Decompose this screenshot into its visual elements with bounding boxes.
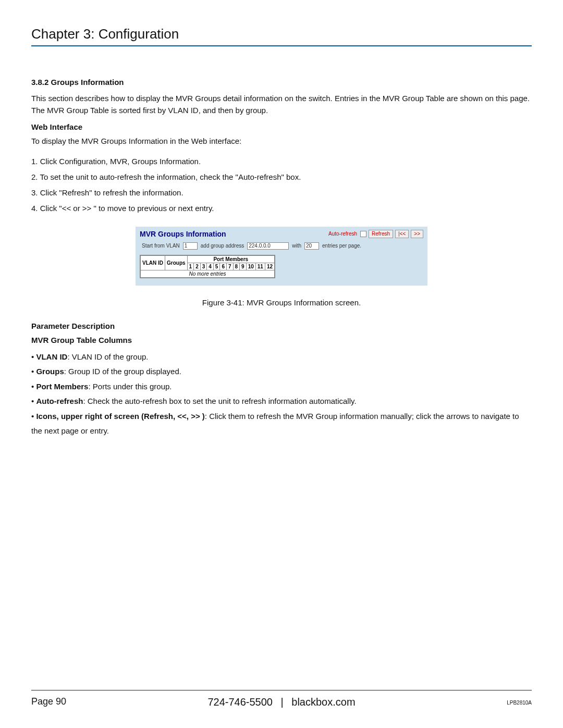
footer-phone: 724-746-5500: [207, 696, 273, 708]
step-3: 3. Click "Refresh" to refresh the inform…: [31, 185, 532, 201]
port-col: 9: [240, 263, 247, 270]
with-input[interactable]: 20: [304, 242, 319, 250]
figure-title: MVR Groups Information: [140, 230, 226, 238]
bullet-label: Auto-refresh: [36, 397, 83, 405]
groups-header: Groups: [165, 255, 188, 270]
footer-separator: |: [276, 696, 289, 708]
document-page: Chapter 3: Configuration 3.8.2 Groups In…: [0, 0, 563, 728]
web-interface-heading: Web Interface: [31, 122, 532, 131]
parameter-description-heading: Parameter Description: [31, 322, 532, 330]
figure-caption: Figure 3-41: MVR Groups Information scre…: [31, 298, 532, 307]
prev-button[interactable]: |<<: [395, 230, 409, 238]
step-2: 2. To set the unit to auto-refresh the i…: [31, 169, 532, 185]
port-col: 4: [207, 263, 214, 270]
bullet-item: • Port Members: Ports under this group.: [31, 379, 532, 394]
steps-list: 1. Click Configuration, MVR, Groups Info…: [31, 154, 532, 216]
next-button[interactable]: >>: [411, 230, 423, 238]
no-entries-row: No more entries: [141, 270, 275, 277]
with-label: with: [292, 243, 301, 249]
bullet-text: : VLAN ID of the group.: [67, 352, 148, 361]
refresh-button[interactable]: Refresh: [369, 230, 393, 238]
bullet-text: : Check the auto-refresh box to set the …: [83, 397, 356, 405]
figure-panel: MVR Groups Information Auto-refresh Refr…: [136, 227, 427, 286]
port-col: 1: [187, 263, 194, 270]
port-members-header: Port Members: [187, 255, 274, 263]
port-col: 6: [220, 263, 227, 270]
filter-row: Start from VLAN 1 add group address 224.…: [140, 242, 423, 250]
section-heading: 3.8.2 Groups Information: [31, 78, 532, 87]
port-col: 3: [200, 263, 207, 270]
table-row: VLAN ID Groups Port Members: [141, 255, 275, 263]
per-page-label: entries per page.: [322, 243, 361, 249]
footer-site: blackbox.com: [291, 696, 355, 708]
step-1: 1. Click Configuration, MVR, Groups Info…: [31, 154, 532, 169]
auto-refresh-checkbox[interactable]: [360, 231, 366, 237]
bullet-label: Port Members: [36, 382, 88, 391]
bullet-label: Groups: [36, 367, 64, 376]
footer-model: LPB2810A: [507, 700, 532, 706]
figure-wrap: MVR Groups Information Auto-refresh Refr…: [31, 227, 532, 286]
port-col: 7: [226, 263, 233, 270]
step-4: 4. Click "<< or >> " to move to previous…: [31, 201, 532, 216]
figure-controls: Auto-refresh Refresh |<< >>: [328, 230, 423, 238]
footer-center: 724-746-5500 | blackbox.com: [31, 696, 532, 708]
start-from-input[interactable]: 1: [183, 242, 198, 250]
port-col: 11: [255, 263, 265, 270]
mvr-columns-heading: MVR Group Table Columns: [31, 336, 532, 344]
bullet-item: • Auto-refresh: Check the auto-refresh b…: [31, 394, 532, 409]
addr-input[interactable]: 224.0.0.0: [247, 242, 289, 250]
start-from-label: Start from VLAN: [142, 243, 180, 249]
vlan-id-header: VLAN ID: [141, 255, 165, 270]
bullet-text: : Ports under this group.: [88, 382, 172, 391]
page-footer: Page 90 724-746-5500 | blackbox.com LPB2…: [31, 696, 532, 707]
mvr-table: VLAN ID Groups Port Members 1 2 3 4 5 6 …: [140, 255, 275, 278]
figure-header: MVR Groups Information Auto-refresh Refr…: [140, 230, 423, 238]
bullet-list: • VLAN ID: VLAN ID of the group. • Group…: [31, 350, 532, 439]
bullet-item: • Groups: Group ID of the group displaye…: [31, 364, 532, 379]
bullet-item: • Icons, upper right of screen (Refresh,…: [31, 409, 532, 439]
web-interface-lead: To display the MVR Groups Information in…: [31, 135, 532, 147]
bullet-label: VLAN ID: [36, 352, 67, 361]
chapter-title: Chapter 3: Configuration: [31, 26, 532, 42]
port-col: 10: [246, 263, 255, 270]
bullet-item: • VLAN ID: VLAN ID of the group.: [31, 350, 532, 365]
port-col: 12: [265, 263, 274, 270]
title-rule: [31, 45, 532, 46]
port-col: 2: [194, 263, 201, 270]
port-col: 8: [233, 263, 240, 270]
bullet-text: : Group ID of the group displayed.: [64, 367, 181, 376]
bullet-label: Icons, upper right of screen (Refresh, <…: [36, 412, 204, 421]
footer-rule: [31, 690, 532, 690]
auto-refresh-label: Auto-refresh: [328, 231, 357, 237]
section-intro: This section describes how to display th…: [31, 93, 532, 116]
port-col: 5: [213, 263, 220, 270]
addr-label: add group address: [201, 243, 244, 249]
table-row: No more entries: [141, 270, 275, 277]
